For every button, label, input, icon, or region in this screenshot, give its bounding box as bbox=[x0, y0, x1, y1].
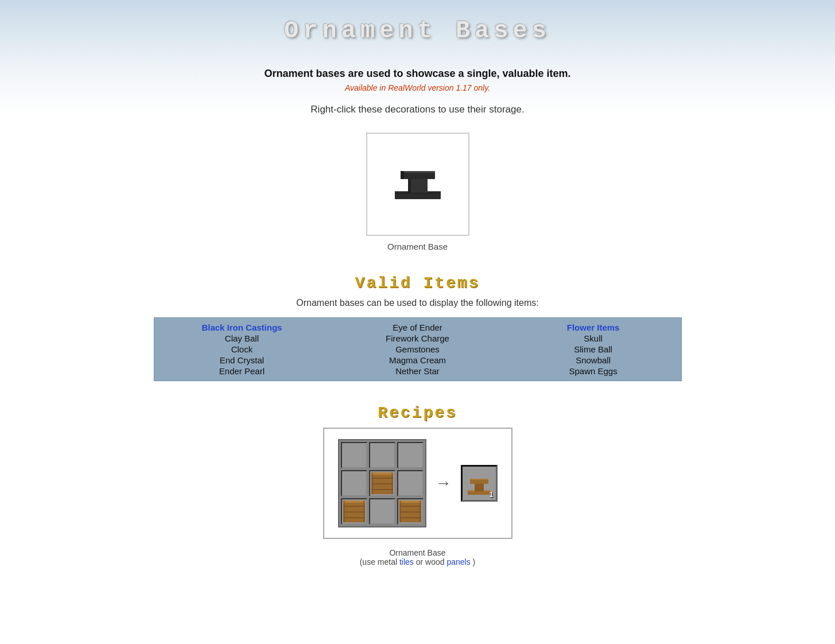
svg-rect-25 bbox=[399, 511, 421, 513]
item-magma-cream: Magma Cream bbox=[389, 355, 446, 365]
item-end-crystal: End Crystal bbox=[220, 355, 265, 365]
svg-rect-14 bbox=[391, 472, 393, 494]
crafting-cell-2-1 bbox=[341, 470, 367, 496]
svg-rect-6 bbox=[401, 171, 435, 173]
recipe-caption-end: ) bbox=[471, 557, 476, 567]
item-gemstones: Gemstones bbox=[395, 344, 440, 354]
crafting-cell-3-2 bbox=[369, 498, 395, 525]
crafting-cell-1-1 bbox=[341, 442, 367, 468]
svg-rect-10 bbox=[371, 478, 393, 479]
crafting-cell-3-1 bbox=[341, 498, 367, 525]
svg-rect-7 bbox=[401, 171, 404, 179]
valid-items-desc: Ornament bases can be used to display th… bbox=[154, 298, 682, 308]
items-col-2: Eye of Ender Firework Charge Gemstones M… bbox=[329, 318, 505, 381]
item-flower-items[interactable]: Flower Items bbox=[567, 323, 620, 332]
wood-plank-icon bbox=[371, 472, 393, 494]
crafting-cell-3-3 bbox=[397, 498, 424, 525]
ornament-image-section: Ornament Base bbox=[154, 133, 682, 251]
intro-bold: Ornament bases are used to showcase a si… bbox=[154, 68, 682, 80]
wood-plank-icon-3 bbox=[399, 501, 421, 522]
svg-rect-12 bbox=[371, 489, 393, 490]
page-wrapper: Ornament Bases Ornament bases are used t… bbox=[131, 0, 705, 601]
recipe-tiles-link[interactable]: tiles bbox=[399, 557, 414, 567]
crafting-cell-1-2 bbox=[369, 442, 395, 468]
crafting-grid bbox=[338, 439, 426, 527]
svg-rect-26 bbox=[399, 517, 421, 518]
valid-items-table: Black Iron Castings Clay Ball Clock End … bbox=[154, 317, 682, 381]
svg-rect-33 bbox=[470, 479, 488, 480]
ornament-caption: Ornament Base bbox=[154, 242, 682, 251]
recipe-box: → 1 bbox=[323, 428, 512, 539]
recipe-result-count: 1 bbox=[490, 491, 494, 499]
svg-rect-20 bbox=[343, 501, 345, 522]
svg-rect-24 bbox=[399, 506, 421, 507]
items-col-3: Flower Items Skull Slime Ball Snowball S… bbox=[506, 318, 681, 381]
svg-rect-13 bbox=[371, 472, 373, 494]
recipe-panels-link[interactable]: panels bbox=[446, 557, 470, 567]
svg-rect-21 bbox=[363, 501, 365, 522]
item-slime-ball: Slime Ball bbox=[574, 344, 612, 354]
svg-rect-19 bbox=[343, 517, 365, 518]
item-clay-ball: Clay Ball bbox=[225, 333, 259, 343]
item-clock: Clock bbox=[231, 344, 253, 354]
crafting-cell-1-3 bbox=[397, 442, 424, 468]
crafting-cell-2-3 bbox=[397, 470, 424, 496]
svg-rect-23 bbox=[399, 501, 421, 503]
item-ender-pearl: Ender Pearl bbox=[219, 366, 265, 376]
intro-rightclick: Right-click these decorations to use the… bbox=[154, 104, 682, 115]
item-eye-of-ender: Eye of Ender bbox=[393, 323, 442, 332]
item-firework-charge: Firework Charge bbox=[386, 333, 449, 343]
svg-rect-27 bbox=[399, 501, 401, 522]
item-spawn-eggs: Spawn Eggs bbox=[569, 366, 617, 376]
svg-rect-31 bbox=[475, 483, 484, 491]
wood-plank-icon-2 bbox=[343, 501, 365, 522]
svg-rect-11 bbox=[371, 483, 393, 484]
recipe-arrow: → bbox=[436, 474, 452, 492]
items-col-1: Black Iron Castings Clay Ball Clock End … bbox=[154, 318, 329, 381]
ornament-image-box bbox=[366, 133, 469, 236]
intro-version: Available in RealWorld version 1.17 only… bbox=[154, 83, 682, 92]
recipes-section: Recipes bbox=[154, 404, 682, 567]
recipe-caption-middle: or wood bbox=[414, 557, 447, 567]
item-nether-star: Nether Star bbox=[395, 366, 440, 376]
recipe-caption-note: (use metal bbox=[360, 557, 399, 567]
item-snowball: Snowball bbox=[576, 355, 611, 365]
svg-rect-3 bbox=[408, 177, 428, 193]
recipe-caption-text: Ornament Base bbox=[389, 548, 445, 557]
item-black-iron-castings[interactable]: Black Iron Castings bbox=[201, 323, 282, 332]
recipe-caption: Ornament Base (use metal tiles or wood p… bbox=[154, 548, 682, 567]
svg-rect-17 bbox=[343, 506, 365, 507]
recipe-result-cell: 1 bbox=[461, 465, 498, 502]
svg-rect-18 bbox=[343, 511, 365, 513]
valid-items-title: Valid Items bbox=[154, 274, 682, 292]
page-title: Ornament Bases bbox=[154, 11, 682, 51]
svg-rect-16 bbox=[343, 501, 365, 503]
crafting-cell-2-2 bbox=[369, 470, 395, 496]
svg-rect-4 bbox=[408, 177, 411, 193]
recipes-title: Recipes bbox=[154, 404, 682, 422]
svg-rect-9 bbox=[371, 472, 393, 475]
ornament-base-svg bbox=[386, 145, 449, 208]
item-skull: Skull bbox=[584, 333, 603, 343]
svg-rect-28 bbox=[420, 501, 421, 522]
recipe-grid-area: → 1 bbox=[338, 439, 498, 527]
